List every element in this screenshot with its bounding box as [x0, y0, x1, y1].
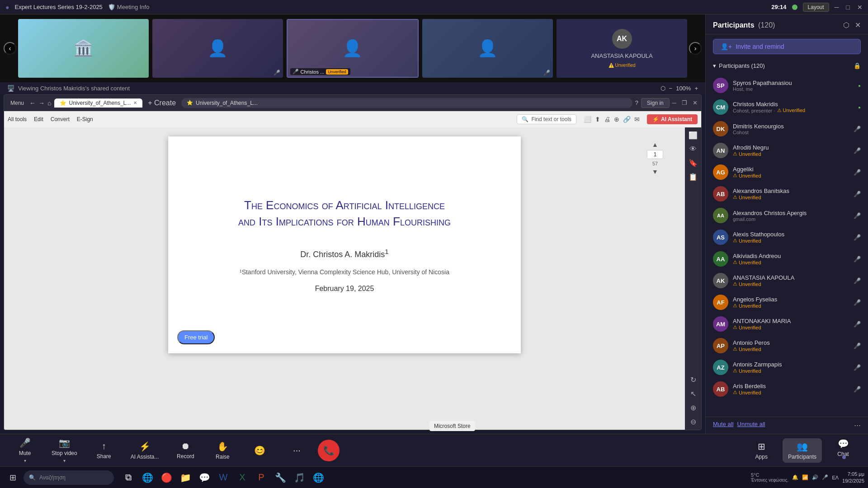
print-icon[interactable]: 🖨	[604, 116, 610, 123]
participant-item-christos[interactable]: CM Christos Makridis Cohost, presenter ·…	[706, 96, 868, 118]
participant-item-antonis[interactable]: AZ Antonis Zarmpapis ⚠ Unverified 🎤	[706, 357, 868, 378]
back-btn[interactable]: ←	[29, 99, 36, 107]
browser-tab[interactable]: ⭐ University_of_Athens_L... ✕	[54, 99, 143, 108]
video-thumb-3[interactable]: 👤 🎤 Christos ... Unverified	[287, 19, 419, 78]
layout-button[interactable]: Layout	[803, 3, 829, 12]
notification-icon[interactable]: 🔔	[792, 474, 798, 480]
emoji-button[interactable]: 😊	[244, 442, 275, 459]
app-9[interactable]: 🔧	[271, 469, 289, 487]
url-bar[interactable]: ⭐ University_of_Athens_L...	[181, 98, 632, 108]
participant-item-antonakaki[interactable]: AM ANTONAKAKI MARIA ⚠ Unverified 🎤	[706, 313, 868, 335]
tool-convert[interactable]: Convert	[51, 116, 70, 122]
video-thumb-4[interactable]: 👤 🎤	[422, 19, 553, 78]
participants-tab-button[interactable]: 👥 Participants	[783, 438, 822, 463]
participant-item-afroditi[interactable]: AN Afroditi Negru ⚠ Unverified 🎤	[706, 140, 868, 161]
participant-item-anastasia-k[interactable]: AK ANASTASIA KAPOULA ⚠ Unverified 🎤	[706, 270, 868, 291]
pdf-tool-bookmark[interactable]: 🔖	[689, 159, 698, 167]
mute-button[interactable]: 🎤 Mute ▾	[9, 435, 41, 466]
pdf-tool-eye[interactable]: 👁	[689, 145, 697, 153]
end-call-button[interactable]: 📞	[318, 440, 340, 461]
participant-item-alexandros-b[interactable]: AB Alexandros Banitskas ⚠ Unverified 🎤	[706, 183, 868, 205]
find-bar[interactable]: 🔍 Find text or tools	[517, 114, 576, 124]
powerpoint-icon[interactable]: P	[252, 469, 270, 487]
help-icon[interactable]: ?	[635, 99, 638, 106]
more-options-icon[interactable]: ···	[854, 421, 861, 430]
browser-minimize[interactable]: ─	[672, 99, 676, 106]
pdf-tool-zoom-in[interactable]: ⊕	[690, 404, 696, 412]
windows-search[interactable]: 🔍 Αναζήτηση	[24, 470, 114, 485]
upload-icon[interactable]: ⬆	[595, 116, 600, 123]
home-btn[interactable]: ⌂	[47, 99, 51, 107]
panel-close-icon[interactable]: ✕	[855, 21, 861, 29]
chrome-icon[interactable]: 🔴	[157, 469, 175, 487]
tool-edit[interactable]: Edit	[34, 116, 43, 122]
participant-item-alexis[interactable]: AS Alexis Stathopoulos ⚠ Unverified 🎤	[706, 226, 868, 248]
video-thumb-1[interactable]: 🏛️	[18, 19, 149, 78]
word-icon[interactable]: W	[214, 469, 232, 487]
pdf-tool-zoom-out[interactable]: ⊖	[690, 418, 696, 426]
meeting-info-btn[interactable]: 🛡️ Meeting Info	[108, 4, 150, 10]
tab-close[interactable]: ✕	[133, 100, 137, 105]
sign-in-button[interactable]: Sign in	[641, 98, 670, 108]
taskview-btn[interactable]: ⧉	[119, 469, 137, 487]
invite-remind-button[interactable]: 👤+ Invite and remind	[713, 39, 861, 54]
free-trial-button[interactable]: Free trial	[177, 330, 215, 344]
ai-assistant-btn[interactable]: ⚡ AI Assista...	[125, 438, 165, 463]
pdf-tool-cursor[interactable]: ↖	[690, 389, 696, 398]
participant-item-alkiviadis[interactable]: AA Alkiviadis Andreou ⚠ Unverified 🎤	[706, 248, 868, 270]
volume-icon[interactable]: 🔊	[812, 474, 818, 480]
participant-item-dimitris[interactable]: DK Dimitris Kenourgios Cohost 🎤	[706, 118, 868, 140]
chat-button[interactable]: 💬 Chat	[827, 436, 859, 465]
start-button[interactable]: ⊞	[4, 469, 22, 487]
edge-icon[interactable]: 🌐	[138, 469, 156, 487]
unmute-all-link[interactable]: Unmute all	[737, 421, 765, 430]
zoom-plus-btn[interactable]: +	[694, 85, 698, 92]
zoom-out-btn[interactable]: −	[669, 85, 673, 92]
video-strip-prev[interactable]: ‹	[4, 42, 16, 55]
file-explorer-icon[interactable]: 📁	[176, 469, 194, 487]
share-button[interactable]: ↑ Share	[88, 438, 120, 462]
minimize-button[interactable]: ─	[835, 4, 839, 11]
mute-all-link[interactable]: Mute all	[713, 421, 734, 430]
participant-item-aggeliki[interactable]: AG Aggeliki ⚠ Unverified 🎤	[706, 161, 868, 183]
link-icon[interactable]: 🔗	[623, 116, 631, 123]
share-icon[interactable]: ⬜	[584, 116, 591, 123]
video-thumb-5[interactable]: AK ANASTASIA KAPOULA ⚠️ Unverified	[557, 19, 687, 78]
mic-taskbar-icon[interactable]: 🎤	[822, 474, 828, 480]
chevron-down-icon[interactable]: ▾	[713, 62, 716, 69]
excel-icon[interactable]: X	[233, 469, 251, 487]
dropdown-chevron[interactable]: ▾	[24, 458, 26, 463]
maximize-button[interactable]: □	[846, 4, 850, 11]
raise-hand-button[interactable]: ✋ Raise	[207, 438, 238, 463]
stop-video-button[interactable]: 📷 Stop video ▾	[46, 435, 83, 466]
participant-item-spyros[interactable]: SP Spyros Papathanasiou Host, me ●	[706, 75, 868, 96]
pdf-tool-copy[interactable]: 📋	[689, 173, 698, 181]
video-strip-next[interactable]: ›	[689, 42, 702, 55]
teams-icon[interactable]: 💬	[195, 469, 213, 487]
participant-item-alexandros-a[interactable]: AA Alexandros Christos Apergis gmail.com…	[706, 205, 868, 226]
chrome-2-icon[interactable]: 🌐	[309, 469, 327, 487]
participant-item-aris[interactable]: AB Aris Berdelis ⚠ Unverified 🎤	[706, 378, 868, 400]
page-number-input[interactable]: 1	[647, 150, 663, 159]
pop-out-icon[interactable]: ⬡	[843, 21, 849, 29]
page-down-btn[interactable]: ▼	[652, 168, 658, 175]
apps-button[interactable]: ⊞ Apps	[745, 438, 777, 463]
pdf-tool-page[interactable]: ⬜	[689, 131, 698, 140]
browser-close[interactable]: ✕	[693, 99, 698, 106]
mail-icon[interactable]: ✉	[634, 116, 640, 123]
pdf-tool-refresh[interactable]: ↻	[690, 375, 696, 384]
page-up-btn[interactable]: ▲	[652, 141, 658, 148]
tool-esign[interactable]: E-Sign	[77, 116, 93, 122]
dropdown-chevron[interactable]: ▾	[63, 458, 66, 463]
record-button[interactable]: ⏺ Record	[170, 438, 201, 462]
more-button[interactable]: ···	[281, 442, 312, 458]
browser-menu-btn[interactable]: Menu	[8, 99, 27, 107]
app-10[interactable]: 🎵	[290, 469, 308, 487]
new-tab-btn[interactable]: + Create	[145, 99, 179, 107]
close-button[interactable]: ✕	[857, 4, 863, 11]
tool-all-tools[interactable]: All tools	[8, 116, 27, 122]
participant-item-angelos[interactable]: AF Angelos Fyselias ⚠ Unverified 🎤	[706, 291, 868, 313]
participant-item-antonio[interactable]: AP Antonio Peros ⚠ Unverified 🎤	[706, 335, 868, 357]
keyboard-layout[interactable]: ΕΛ	[832, 475, 839, 480]
ai-assistant-btn[interactable]: ⚡ AI Assistant	[647, 114, 698, 124]
